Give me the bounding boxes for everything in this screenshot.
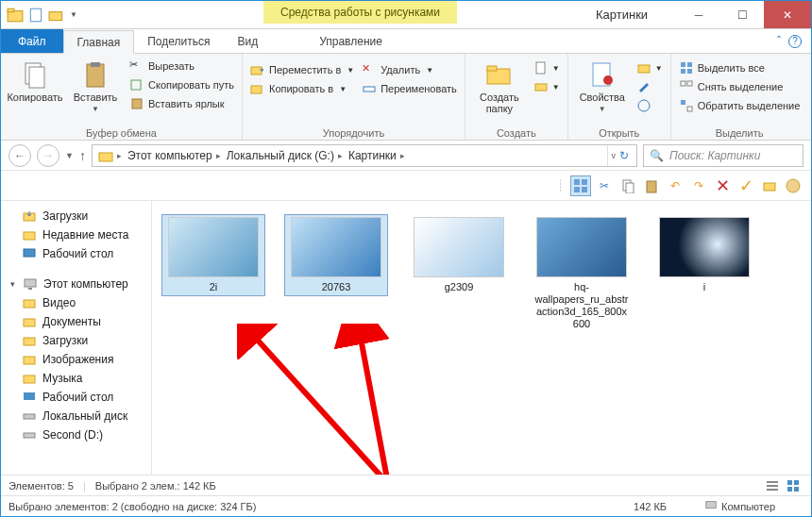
view-tab[interactable]: Вид: [224, 29, 272, 53]
help-icon[interactable]: ?: [788, 35, 802, 48]
file-tab[interactable]: Файл: [1, 29, 63, 53]
refresh-icon[interactable]: ↻: [619, 149, 629, 162]
recent-locations-icon[interactable]: ▼: [65, 151, 74, 160]
sidebar-item[interactable]: Музыка: [1, 369, 151, 388]
file-item[interactable]: i: [652, 214, 756, 296]
paste-shortcut-button[interactable]: Вставить ярлык: [127, 95, 236, 112]
tb-check-icon[interactable]: ✓: [736, 175, 756, 196]
properties-button[interactable]: Свойства ▼: [574, 56, 631, 113]
tb-paste-icon[interactable]: [641, 175, 662, 196]
cut-button[interactable]: ✂Вырезать: [127, 58, 236, 75]
details-size: 142 КБ: [634, 501, 667, 512]
copy-to-button[interactable]: Копировать в▼: [248, 80, 356, 97]
delete-button[interactable]: ✕Удалить▼: [360, 61, 459, 78]
copy-path-button[interactable]: Скопировать путь: [127, 76, 236, 93]
history-button[interactable]: [634, 97, 665, 114]
sidebar-item[interactable]: Рабочий стол: [1, 388, 151, 407]
tb-generic-icon[interactable]: [759, 175, 780, 196]
manage-tab[interactable]: Управление: [298, 29, 403, 53]
edit-button[interactable]: [634, 78, 665, 95]
sidebar-item[interactable]: Изображения: [1, 350, 151, 369]
search-input[interactable]: 🔍 Поиск: Картинки: [643, 144, 804, 167]
share-tab[interactable]: Поделиться: [134, 29, 224, 53]
tb-redo-icon[interactable]: ↷: [688, 175, 709, 196]
item-count: Элементов: 5: [8, 480, 74, 492]
crumb-pc[interactable]: Этот компьютер▸: [126, 149, 223, 162]
qat-properties-icon[interactable]: [27, 7, 44, 24]
svg-rect-24: [687, 69, 692, 74]
sidebar-item[interactable]: Загрузки: [1, 207, 151, 225]
close-button[interactable]: ✕: [764, 1, 811, 28]
sidebar-item[interactable]: Видео: [1, 293, 151, 312]
copy-to-icon: [250, 81, 265, 96]
invert-selection-button[interactable]: Обратить выделение: [677, 97, 803, 114]
svg-rect-48: [24, 375, 35, 383]
sidebar-item[interactable]: Документы: [1, 312, 151, 331]
view-icons-button[interactable]: [783, 475, 804, 496]
shortcut-icon: [129, 96, 144, 111]
file-item[interactable]: 20763: [284, 214, 388, 296]
sidebar-item[interactable]: Загрузки: [1, 331, 151, 350]
easy-access-button[interactable]: ▼: [532, 78, 562, 95]
open-button[interactable]: ▼: [634, 59, 665, 76]
annotation-arrows: [237, 324, 445, 475]
sidebar-item[interactable]: Second (D:): [1, 425, 151, 444]
minimize-button[interactable]: ─: [677, 1, 720, 28]
expand-icon[interactable]: ▾: [10, 279, 15, 289]
svg-rect-5: [29, 67, 44, 88]
maximize-button[interactable]: ☐: [720, 1, 764, 28]
qat-new-folder-icon[interactable]: [48, 7, 65, 24]
up-button[interactable]: ↑: [79, 148, 86, 163]
new-folder-button[interactable]: Создать папку: [471, 56, 528, 114]
rename-button[interactable]: Переименовать: [360, 80, 459, 97]
svg-rect-50: [24, 414, 35, 419]
file-item[interactable]: hq-wallpapers_ru_abstraction3d_165_800x6…: [530, 214, 634, 333]
file-item[interactable]: 2i: [161, 214, 265, 296]
home-tab[interactable]: Главная: [63, 30, 135, 54]
view-large-icons-button[interactable]: [570, 175, 591, 196]
forward-button[interactable]: →: [37, 144, 59, 167]
tb-shell-icon[interactable]: [783, 175, 804, 196]
svg-rect-57: [787, 480, 792, 485]
select-none-icon: [679, 79, 694, 94]
svg-rect-45: [24, 319, 35, 326]
paste-button[interactable]: Вставить ▼: [67, 56, 124, 113]
back-button[interactable]: ←: [8, 144, 31, 167]
file-item[interactable]: g2309: [407, 214, 511, 296]
thumbnail: [414, 217, 504, 277]
search-icon: 🔍: [650, 149, 664, 162]
svg-rect-46: [24, 338, 35, 345]
view-details-button[interactable]: [762, 475, 783, 496]
docs-icon: [22, 314, 37, 329]
tb-delete-icon[interactable]: ✕: [712, 175, 733, 196]
copy-button[interactable]: Копировать: [7, 56, 63, 103]
move-to-button[interactable]: Переместить в▼: [248, 61, 356, 78]
qat-dropdown-icon[interactable]: ▼: [69, 7, 78, 24]
title-bar: ▼ Средства работы с рисунками Картинки ─…: [1, 1, 811, 29]
select-none-button[interactable]: Снять выделение: [677, 78, 803, 95]
tb-copy-icon[interactable]: [617, 175, 638, 196]
addr-dropdown-icon[interactable]: v: [612, 151, 617, 160]
svg-rect-54: [767, 481, 778, 483]
svg-point-18: [603, 75, 613, 85]
tb-cut-icon[interactable]: ✂: [594, 175, 615, 196]
computer-icon: [704, 499, 718, 514]
disk-icon: [22, 427, 37, 442]
desktop-icon: [22, 390, 37, 405]
crumb-disk[interactable]: Локальный диск (G:)▸: [225, 149, 345, 162]
content-pane[interactable]: 2i 20763 g2309 hq-wallpapers_ru_abstract…: [152, 201, 811, 475]
sidebar-item[interactable]: Рабочий стол: [1, 244, 151, 263]
breadcrumb-path[interactable]: ▸ Этот компьютер▸ Локальный диск (G:)▸ К…: [92, 144, 637, 167]
new-item-button[interactable]: ▼: [532, 59, 562, 76]
ribbon-collapse-icon[interactable]: ˆ: [777, 35, 781, 48]
select-all-button[interactable]: Выделить все: [677, 59, 803, 76]
tb-undo-icon[interactable]: ↶: [665, 175, 685, 196]
svg-rect-6: [87, 64, 104, 87]
sidebar-item[interactable]: Локальный диск: [1, 407, 151, 425]
svg-rect-49: [24, 392, 35, 400]
crumb-folder[interactable]: Картинки▸: [347, 149, 407, 162]
ribbon-group-new: Создать папку ▼ ▼ Создать: [465, 54, 568, 140]
sidebar-pc-header[interactable]: ▾Этот компьютер: [1, 275, 151, 293]
navigation-sidebar[interactable]: Загрузки Недавние места Рабочий стол ▾Эт…: [1, 201, 152, 475]
sidebar-item[interactable]: Недавние места: [1, 225, 151, 244]
